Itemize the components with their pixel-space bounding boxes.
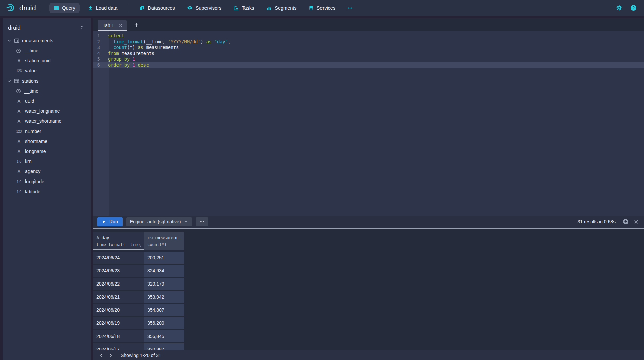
cell-day[interactable]: 2024/06/22 [93,278,144,290]
add-tab-button[interactable] [132,22,141,28]
cell-measurements[interactable]: 356,200 [144,317,184,329]
code-line-5[interactable]: 5group by 1 [93,56,644,62]
column-name: longitude [25,179,44,184]
column-name: day [102,235,109,240]
nav-item-query[interactable]: Query [49,3,80,13]
sidebar-column-value[interactable]: 123value [3,66,91,76]
sidebar-column-longname[interactable]: Alongname [3,146,91,156]
query-panel: Tab 1 1select2 time_format(__time, 'YYYY… [93,18,644,360]
column-name: station_uuid [25,58,51,63]
nav-item-load-data[interactable]: Load data [83,3,122,13]
main-navigation: QueryLoad dataDatasourcesSupervisorsTask… [48,2,359,13]
sidebar-column-station_uuid[interactable]: Astation_uuid [3,56,91,66]
sidebar-column-shortname[interactable]: Ashortname [3,136,91,146]
nav-item-segments[interactable]: Segments [262,3,301,13]
cell-day[interactable]: 2024/06/18 [93,330,144,342]
table-row: 2024/06/19356,200 [93,317,644,329]
sidebar-column-longitude[interactable]: 1.0longitude [3,176,91,187]
cell-measurements[interactable]: 356,845 [144,330,184,342]
close-results-button[interactable] [633,219,639,225]
eye-icon [187,5,193,11]
chevron-down-icon [7,79,11,83]
column-name: shortname [25,139,47,144]
code-line-3[interactable]: 3 count(*) as measurements [93,45,644,51]
code-text: from measurements [104,51,154,57]
column-name: water_shortname [25,118,61,124]
cell-measurements[interactable]: 354,807 [144,304,184,316]
nav-item-label: Segments [275,5,296,11]
sidebar-column-number[interactable]: 123number [3,126,91,136]
sidebar-column-agency[interactable]: Aagency [3,166,91,176]
download-icon [623,219,629,225]
sidebar-column-uuid[interactable]: Auuid [3,96,91,106]
sidebar-table-measurements[interactable]: measurements [3,36,91,46]
sidebar-table-stations[interactable]: stations [3,76,91,86]
table-row: 2024/06/23324,934 [93,265,644,277]
code-text: count(*) as measurements [104,45,179,51]
sidebar-column-__time[interactable]: __time [3,86,91,96]
nav-item-tasks[interactable]: Tasks [229,3,258,13]
schema-sidebar: druid measurements__timeAstation_uuid123… [3,18,91,360]
nav-item-label: Query [62,5,75,11]
code-line-1[interactable]: 1select [93,33,644,39]
download-results-button[interactable] [622,218,629,225]
sidebar-column-water_shortname[interactable]: Awater_shortname [3,116,91,126]
string-type-icon: A [16,139,22,144]
cell-day[interactable]: 2024/06/19 [93,317,144,329]
cell-measurements[interactable]: 353,942 [144,291,184,303]
number-type-icon: 123 [16,130,22,133]
sidebar-column-__time[interactable]: __time [3,46,91,56]
druid-logo[interactable]: druid [6,3,36,12]
nav-item-more[interactable] [343,3,357,13]
nav-item-datasources[interactable]: Datasources [135,3,179,13]
schema-sort-button[interactable] [79,24,85,32]
nav-item-services[interactable]: Services [304,3,340,13]
cell-day[interactable]: 2024/06/17 [93,343,144,350]
cell-day[interactable]: 2024/06/24 [93,252,144,264]
results-summary: 31 results in 0.68s [577,219,616,224]
more-options-button[interactable] [196,217,208,226]
cell-measurements[interactable]: 320,179 [144,278,184,290]
sidebar-column-water_longname[interactable]: Awater_longname [3,106,91,116]
column-name: __time [24,88,38,94]
table-row: 2024/06/20354,807 [93,304,644,316]
cell-day[interactable]: 2024/06/20 [93,304,144,316]
table-name: stations [22,78,38,84]
database-icon [309,5,314,11]
cell-day[interactable]: 2024/06/21 [93,291,144,303]
cell-measurements[interactable]: 330,387 [144,343,184,350]
query-tab-1[interactable]: Tab 1 [98,20,127,31]
sql-editor[interactable]: 1select2 time_format(__time, 'YYYY/MM/dd… [93,31,644,216]
run-button[interactable]: Run [97,217,123,226]
next-page-button[interactable] [106,351,115,360]
code-line-2[interactable]: 2 time_format(__time, 'YYYY/MM/dd') as "… [93,39,644,45]
table-icon [14,78,19,84]
top-navbar: druid QueryLoad dataDatasourcesSuperviso… [0,0,644,16]
settings-gear-button[interactable] [614,3,624,12]
plus-icon [134,22,139,28]
tab-close-icon[interactable] [119,23,123,28]
column-header-day[interactable]: Adaytime_format(__time, … [93,232,144,250]
cell-measurements[interactable]: 324,934 [144,265,184,277]
druid-logo-icon [6,3,16,12]
code-line-6[interactable]: 6order by 1 desc [93,62,644,68]
cell-day[interactable]: 2024/06/23 [93,265,144,277]
cell-measurements[interactable]: 200,251 [144,252,184,264]
sidebar-column-km[interactable]: 1.0km [3,156,91,166]
play-icon [102,220,106,224]
table-row: 2024/06/24200,251 [93,252,644,264]
float-type-icon: 1.0 [16,180,22,184]
run-toolbar: Run Engine: auto (sql-native) 31 results… [93,216,644,228]
code-line-4[interactable]: 4from measurements [93,51,644,57]
column-name: agency [25,169,40,174]
string-type-icon: A [16,99,22,104]
sidebar-column-latitude[interactable]: 1.0latitude [3,187,91,197]
help-button[interactable]: ? [629,3,638,12]
chevron-down-icon [7,39,11,43]
nav-item-supervisors[interactable]: Supervisors [183,2,226,13]
previous-page-button[interactable] [97,351,106,360]
nav-item-label: Tasks [242,5,254,11]
column-name: km [25,159,32,164]
column-header-measurem-[interactable]: 123measurem...count(*) [144,232,184,250]
engine-selector[interactable]: Engine: auto (sql-native) [126,217,192,226]
